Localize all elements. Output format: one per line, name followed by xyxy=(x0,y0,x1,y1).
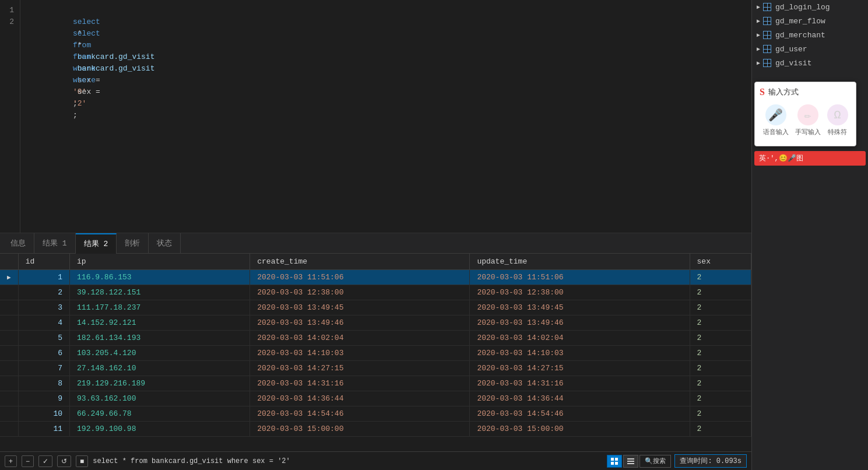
cell-create-time: 2020-03-03 14:36:44 xyxy=(250,391,470,406)
cell-id: 4 xyxy=(18,315,69,331)
special-input-method[interactable]: Ω 特殊符 xyxy=(827,104,848,136)
sidebar-label: gd_visit xyxy=(775,59,811,68)
tab-result1[interactable]: 结果 1 xyxy=(34,233,76,254)
cell-ip: 66.249.66.78 xyxy=(70,406,250,422)
sogou-bottom-bar[interactable]: 英·',😊🎤图 xyxy=(754,151,866,166)
tab-info[interactable]: 信息 xyxy=(2,233,34,254)
tab-status[interactable]: 状态 xyxy=(149,233,181,254)
add-row-button[interactable]: + xyxy=(5,455,17,467)
tab-result2[interactable]: 结果 2 xyxy=(76,233,117,254)
svg-rect-0 xyxy=(611,458,614,461)
table-icon xyxy=(762,30,772,40)
voice-input-method[interactable]: 🎤 语音输入 xyxy=(763,104,789,136)
code-editor[interactable]: select * from bankcard.gd_visit where se… xyxy=(20,0,751,233)
keyword-select-1: select xyxy=(73,17,100,26)
cell-sex: 2 xyxy=(690,331,751,346)
code-line-2: select * from bankcard.gd_visit where se… xyxy=(27,16,744,28)
cell-update-time: 2020-03-03 15:00:00 xyxy=(470,422,690,437)
table-header-row: id ip create_time update_time sex xyxy=(0,254,751,270)
cell-sex: 2 xyxy=(690,285,751,300)
cell-create-time: 2020-03-03 14:27:15 xyxy=(250,361,470,376)
line-number-2: 2 xyxy=(0,16,14,28)
table-row[interactable]: ▶ 1 116.9.86.153 2020-03-03 11:51:06 202… xyxy=(0,270,751,285)
cell-id: 9 xyxy=(18,391,69,406)
sidebar-label: gd_merchant xyxy=(775,31,825,40)
row-indicator xyxy=(0,300,18,315)
sidebar-label: gd_user xyxy=(775,45,807,54)
cell-id: 8 xyxy=(18,376,69,391)
svg-rect-3 xyxy=(615,462,618,465)
cell-ip: 93.63.162.100 xyxy=(70,391,250,406)
tree-arrow-icon: ▶ xyxy=(757,59,760,66)
sidebar-item-gd_merchant[interactable]: ▶ gd_merchant xyxy=(752,28,868,42)
cell-create-time: 2020-03-03 11:51:06 xyxy=(250,270,470,285)
sidebar-item-gd_visit[interactable]: ▶ gd_visit xyxy=(752,56,868,70)
table-row[interactable]: 5 182.61.134.193 2020-03-03 14:02:04 202… xyxy=(0,331,751,346)
table-row[interactable]: 8 219.129.216.189 2020-03-03 14:31:16 20… xyxy=(0,376,751,391)
cell-update-time: 2020-03-03 13:49:46 xyxy=(470,315,690,331)
row-indicator xyxy=(0,422,18,437)
table-row[interactable]: 9 93.63.162.100 2020-03-03 14:36:44 2020… xyxy=(0,391,751,406)
cell-create-time: 2020-03-03 12:38:00 xyxy=(250,285,470,300)
grid-view-button[interactable] xyxy=(607,455,622,468)
tree-arrow-icon: ▶ xyxy=(757,31,760,38)
th-ip: ip xyxy=(70,254,250,270)
svg-rect-6 xyxy=(627,463,634,464)
tab-profile[interactable]: 剖析 xyxy=(117,233,149,254)
cell-update-time: 2020-03-03 12:38:00 xyxy=(470,285,690,300)
cell-id: 10 xyxy=(18,406,69,422)
sidebar-items-container: ▶ gd_login_log ▶ gd_mer_f xyxy=(752,0,868,70)
table-icon xyxy=(762,58,772,68)
table-row[interactable]: 3 111.177.18.237 2020-03-03 13:49:45 202… xyxy=(0,300,751,315)
cell-ip: 192.99.100.98 xyxy=(70,422,250,437)
status-right: 🔍搜索 查询时间: 0.093s xyxy=(607,454,747,468)
row-indicator xyxy=(0,331,18,346)
search-button[interactable]: 🔍搜索 xyxy=(639,455,671,468)
input-method-popup[interactable]: S 输入方式 🎤 语音输入 ✏️ 手写输入 Ω 特殊符 xyxy=(754,82,856,146)
table-row[interactable]: 11 192.99.100.98 2020-03-03 15:00:00 202… xyxy=(0,422,751,437)
cell-update-time: 2020-03-03 13:49:45 xyxy=(470,300,690,315)
row-indicator: ▶ xyxy=(0,270,18,285)
str-val-2: '2' xyxy=(73,99,86,108)
tree-arrow-icon: ▶ xyxy=(757,17,760,24)
th-update-time: update_time xyxy=(470,254,690,270)
cell-create-time: 2020-03-03 14:31:16 xyxy=(250,376,470,391)
hand-input-method[interactable]: ✏️ 手写输入 xyxy=(795,104,821,136)
keyword-from-2: from xyxy=(73,52,91,61)
cell-create-time: 2020-03-03 14:10:03 xyxy=(250,346,470,361)
sidebar-item-gd_mer_flow[interactable]: ▶ gd_mer_flow xyxy=(752,14,868,28)
sidebar-label: gd_login_log xyxy=(775,3,830,12)
cell-sex: 2 xyxy=(690,270,751,285)
special-icon: Ω xyxy=(827,104,848,125)
refresh-button[interactable]: ↺ xyxy=(57,455,71,467)
row-indicator xyxy=(0,346,18,361)
cell-ip: 27.148.162.10 xyxy=(70,361,250,376)
sidebar-item-gd_login_log[interactable]: ▶ gd_login_log xyxy=(752,0,868,14)
th-sex: sex xyxy=(690,254,751,270)
sidebar-item-gd_user[interactable]: ▶ gd_user xyxy=(752,42,868,56)
table-row[interactable]: 10 66.249.66.78 2020-03-03 14:54:46 2020… xyxy=(0,406,751,422)
table-row[interactable]: 4 14.152.92.121 2020-03-03 13:49:46 2020… xyxy=(0,315,751,331)
svg-rect-4 xyxy=(627,458,634,460)
table-row[interactable]: 6 103.205.4.120 2020-03-03 14:10:03 2020… xyxy=(0,346,751,361)
cell-id: 3 xyxy=(18,300,69,315)
tabs-bar: 信息 结果 1 结果 2 剖析 状态 xyxy=(0,233,751,254)
cell-create-time: 2020-03-03 15:00:00 xyxy=(250,422,470,437)
cell-update-time: 2020-03-03 14:27:15 xyxy=(470,361,690,376)
table-wrapper[interactable]: id ip create_time update_time sex ▶ 1 11… xyxy=(0,254,751,451)
row-indicator xyxy=(0,361,18,376)
row-indicator xyxy=(0,376,18,391)
table-row[interactable]: 7 27.148.162.10 2020-03-03 14:27:15 2020… xyxy=(0,361,751,376)
editor-area: 1 2 select * from bankcard.gd_visit wher… xyxy=(0,0,751,233)
voice-label: 语音输入 xyxy=(763,128,789,136)
code-line-1: select * from bankcard.gd_visit where se… xyxy=(27,5,744,16)
list-view-button[interactable] xyxy=(623,455,638,468)
cell-ip: 116.9.86.153 xyxy=(70,270,250,285)
tree-arrow-icon: ▶ xyxy=(757,3,760,10)
cell-create-time: 2020-03-03 14:02:04 xyxy=(250,331,470,346)
stop-button[interactable]: ■ xyxy=(76,455,88,467)
remove-row-button[interactable]: − xyxy=(22,455,34,467)
table-row[interactable]: 2 39.128.122.151 2020-03-03 12:38:00 202… xyxy=(0,285,751,300)
table-icon xyxy=(762,2,772,12)
confirm-button[interactable]: ✓ xyxy=(38,455,52,467)
